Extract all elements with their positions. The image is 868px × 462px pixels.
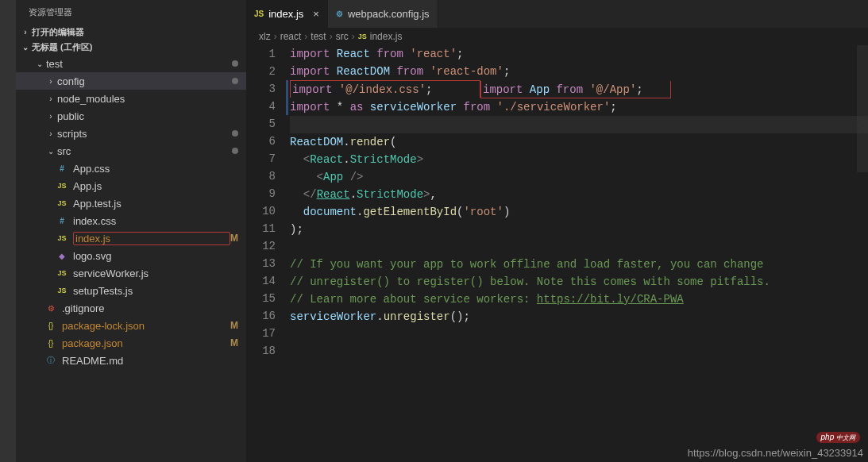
code-line[interactable]: // Learn more about service workers: htt… xyxy=(290,291,868,308)
line-number: 3 xyxy=(246,80,276,98)
workspace-section[interactable]: ⌄ 无标题 (工作区) xyxy=(16,40,246,55)
file-item[interactable]: JSApp.test.js xyxy=(16,194,246,212)
code-line[interactable]: // unregister() to register() below. Not… xyxy=(290,273,868,291)
php-watermark-badge: php 中文网 xyxy=(816,432,860,443)
code-line[interactable]: <App /> xyxy=(290,168,868,186)
git-status-badge: M xyxy=(230,233,246,244)
modified-dot-icon xyxy=(232,130,238,137)
css-file-icon: # xyxy=(56,214,68,227)
chevron-down-icon: ⌄ xyxy=(19,43,32,52)
line-number: 15 xyxy=(246,290,276,307)
code-line[interactable]: // If you want your app to work offline … xyxy=(290,256,868,273)
chevron-right-icon: › xyxy=(44,129,57,138)
code-line[interactable]: import App from '@/App'; xyxy=(480,81,671,98)
js-file-icon: JS xyxy=(358,33,367,40)
breadcrumb[interactable]: xlz›react›test›src›JSindex.js xyxy=(246,28,868,45)
code-line[interactable]: import '@/index.css'; xyxy=(290,80,480,98)
breadcrumb-segment[interactable]: test xyxy=(311,31,326,42)
close-icon[interactable]: × xyxy=(313,8,319,20)
folder-item[interactable]: ›config xyxy=(16,72,246,90)
git-status-badge: M xyxy=(230,337,246,348)
code-line[interactable]: ); xyxy=(290,221,868,238)
file-name: README.md xyxy=(62,355,246,367)
code-line[interactable] xyxy=(290,325,868,343)
line-number: 14 xyxy=(246,272,276,290)
line-number: 12 xyxy=(246,237,276,255)
folder-item[interactable]: ⌄src xyxy=(16,142,246,160)
folder-item[interactable]: ⌄test xyxy=(16,55,246,72)
file-name: serviceWorker.js xyxy=(73,268,246,279)
code-line[interactable]: ReactDOM.render( xyxy=(290,133,868,151)
code-line[interactable]: <React.StrictMode> xyxy=(290,151,868,168)
activity-bar[interactable] xyxy=(0,0,16,462)
workspace-label: 无标题 (工作区) xyxy=(32,41,92,53)
open-editors-section[interactable]: › 打开的编辑器 xyxy=(16,25,246,40)
code-line[interactable]: serviceWorker.unregister(); xyxy=(290,308,868,325)
line-number: 2 xyxy=(246,63,276,80)
gear-icon: ⚙ xyxy=(336,10,343,18)
js-file-icon: JS xyxy=(254,10,264,18)
file-name: App.css xyxy=(73,163,246,175)
file-item[interactable]: #App.css xyxy=(16,160,246,177)
code-editor[interactable]: 123456789101112131415161718 import React… xyxy=(246,45,868,462)
folder-item[interactable]: ›node_modules xyxy=(16,90,246,107)
line-number: 18 xyxy=(246,342,276,360)
open-editors-label: 打开的编辑器 xyxy=(32,26,84,38)
file-item[interactable]: ⓘREADME.md xyxy=(16,352,246,369)
file-item[interactable]: {}package-lock.jsonM xyxy=(16,317,246,334)
folder-name: src xyxy=(57,145,232,157)
code-content[interactable]: import React from 'react';import ReactDO… xyxy=(290,45,868,462)
file-item[interactable]: {}package.jsonM xyxy=(16,334,246,352)
folder-item[interactable]: ›public xyxy=(16,107,246,125)
git-file-icon: ⚙ xyxy=(44,302,57,314)
folder-name: public xyxy=(57,110,246,122)
modified-dot-icon xyxy=(232,78,238,84)
git-status-badge: M xyxy=(230,320,246,331)
minimap[interactable] xyxy=(857,45,868,363)
editor-tab[interactable]: ⚙webpack.config.js xyxy=(328,0,438,28)
file-item[interactable]: ◆logo.svg xyxy=(16,247,246,264)
file-item[interactable]: JSsetupTests.js xyxy=(16,282,246,299)
file-tree: ⌄test›config›node_modules›public›scripts… xyxy=(16,55,246,462)
code-line[interactable] xyxy=(290,116,868,133)
line-number: 4 xyxy=(246,98,276,115)
explorer-title: 资源管理器 xyxy=(16,0,246,25)
file-item[interactable]: #index.css xyxy=(16,212,246,229)
explorer-sidebar: 资源管理器 › 打开的编辑器 ⌄ 无标题 (工作区) ⌄test›config›… xyxy=(16,0,246,462)
code-line[interactable]: import * as serviceWorker from './servic… xyxy=(290,98,868,116)
folder-item[interactable]: ›scripts xyxy=(16,125,246,142)
json-file-icon: {} xyxy=(44,319,57,332)
file-item[interactable]: ⚙.gitignore xyxy=(16,299,246,317)
breadcrumb-segment[interactable]: index.js xyxy=(370,31,403,42)
line-number: 9 xyxy=(246,185,276,202)
line-number: 17 xyxy=(246,325,276,342)
file-item[interactable]: JSApp.js xyxy=(16,177,246,194)
breadcrumb-segment[interactable]: xlz xyxy=(259,31,271,42)
csdn-watermark: https://blog.csdn.net/weixin_43233914 xyxy=(688,447,863,459)
md-file-icon: ⓘ xyxy=(44,354,57,367)
folder-name: config xyxy=(57,75,232,87)
tab-label: index.js xyxy=(268,8,303,20)
breadcrumb-segment[interactable]: react xyxy=(280,31,302,42)
folder-name: test xyxy=(46,58,232,70)
file-name: package-lock.json xyxy=(62,320,230,332)
line-number: 1 xyxy=(246,45,276,63)
file-item[interactable]: JSserviceWorker.js xyxy=(16,264,246,282)
tab-bar: JSindex.js×⚙webpack.config.js xyxy=(246,0,868,28)
folder-name: node_modules xyxy=(57,93,246,105)
chevron-right-icon: › xyxy=(19,28,32,37)
js-file-icon: JS xyxy=(56,197,68,210)
line-number: 6 xyxy=(246,133,276,150)
file-name: index.js xyxy=(73,232,230,245)
code-line[interactable]: import ReactDOM from 'react-dom'; xyxy=(290,63,868,80)
code-line[interactable] xyxy=(290,238,868,256)
chevron-right-icon: › xyxy=(44,112,57,121)
css-file-icon: # xyxy=(56,162,68,175)
code-line[interactable]: import React from 'react'; xyxy=(290,45,868,63)
code-line[interactable]: document.getElementById('root') xyxy=(290,203,868,221)
breadcrumb-segment[interactable]: src xyxy=(336,31,349,42)
editor-tab[interactable]: JSindex.js× xyxy=(246,0,328,28)
code-line[interactable]: </React.StrictMode>, xyxy=(290,186,868,203)
js-file-icon: JS xyxy=(56,179,68,192)
file-item[interactable]: JSindex.jsM xyxy=(16,229,246,247)
